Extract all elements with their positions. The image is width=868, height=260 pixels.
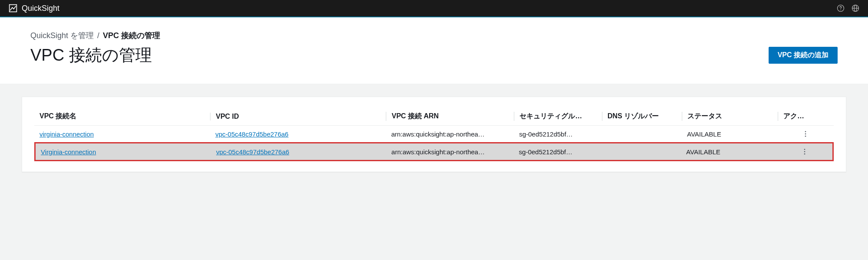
kebab-menu-icon[interactable] [782,148,827,156]
table-body: virginia-connectionvpc-05c48c97d5be276a6… [34,125,834,161]
title-row: VPC 接続の管理 VPC 接続の追加 [30,44,838,66]
kebab-menu-icon[interactable] [783,130,829,138]
column-header-status[interactable]: ステータス [682,112,778,121]
cell-security-group: sg-0ed5212d5bf… [514,148,602,156]
breadcrumb-separator: / [97,31,99,40]
cell-connection-name: Virginia-connection [36,148,211,156]
top-bar-icons [837,4,859,12]
content-header: QuickSight を管理 / VPC 接続の管理 VPC 接続の管理 VPC… [0,17,868,84]
globe-icon[interactable] [852,4,859,12]
cell-actions [778,130,834,138]
breadcrumb-root[interactable]: QuickSight を管理 [30,30,94,41]
column-header-security-group[interactable]: セキュリティグル… [514,112,602,121]
cell-status: AVAILABLE [681,148,776,156]
cell-vpc-id: vpc-05c48c97d5be276a6 [211,148,386,156]
quicksight-logo-icon [9,4,17,13]
breadcrumb-current: VPC 接続の管理 [103,30,160,41]
svg-point-11 [804,153,805,155]
vpc-connections-panel: VPC 接続名 VPC ID VPC 接続 ARN セキュリティグル… DNS … [22,97,846,172]
svg-point-8 [805,136,806,137]
svg-point-7 [805,133,806,135]
connection-name-link[interactable]: Virginia-connection [41,148,96,156]
brand-name: QuickSight [22,4,59,13]
table-row[interactable]: Virginia-connectionvpc-05c48c97d5be276a6… [34,142,834,161]
connection-name-link[interactable]: virginia-connection [39,130,94,138]
top-bar: QuickSight [0,0,868,17]
table-row[interactable]: virginia-connectionvpc-05c48c97d5be276a6… [34,125,834,142]
column-header-name[interactable]: VPC 接続名 [34,112,210,121]
column-header-arn[interactable]: VPC 接続 ARN [386,112,514,121]
svg-point-6 [805,131,806,132]
breadcrumb: QuickSight を管理 / VPC 接続の管理 [30,30,838,41]
svg-point-9 [804,149,805,150]
column-header-action[interactable]: アク… [778,112,834,121]
table-header-row: VPC 接続名 VPC ID VPC 接続 ARN セキュリティグル… DNS … [34,107,834,125]
brand[interactable]: QuickSight [9,4,59,13]
vpc-connections-table: VPC 接続名 VPC ID VPC 接続 ARN セキュリティグル… DNS … [34,107,834,161]
cell-arn: arn:aws:quicksight:ap-northea… [386,130,514,138]
help-icon[interactable] [837,4,845,12]
add-vpc-connection-button[interactable]: VPC 接続の追加 [769,47,838,64]
cell-vpc-id: vpc-05c48c97d5be276a6 [210,130,386,138]
column-header-vpcid[interactable]: VPC ID [210,113,386,120]
cell-status: AVAILABLE [682,130,778,138]
svg-point-10 [804,151,805,153]
cell-actions [776,148,832,156]
svg-point-2 [840,10,841,10]
cell-connection-name: virginia-connection [34,130,210,138]
cell-security-group: sg-0ed5212d5bf… [514,130,602,138]
vpc-id-link[interactable]: vpc-05c48c97d5be276a6 [216,148,289,156]
column-header-dns[interactable]: DNS リゾルバー [602,112,682,121]
page-title: VPC 接続の管理 [30,44,152,66]
cell-arn: arn:aws:quicksight:ap-northea… [386,148,514,156]
vpc-id-link[interactable]: vpc-05c48c97d5be276a6 [215,130,288,138]
